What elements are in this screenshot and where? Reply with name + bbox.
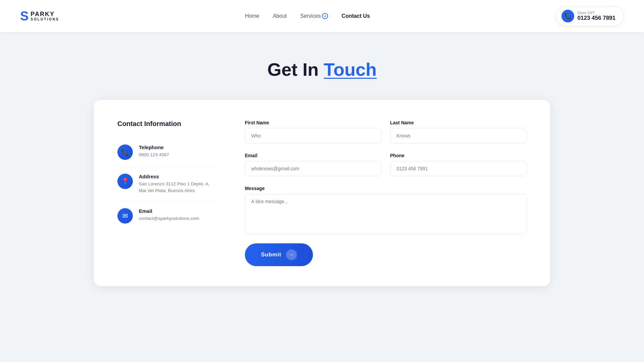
submit-label: Submit [261, 251, 281, 258]
telephone-label: Telephone [139, 144, 169, 150]
email-group: Email [245, 153, 381, 176]
email-label: Email [139, 208, 199, 214]
open-label: Open 24/7 [578, 11, 615, 15]
page-heading: Get In Touch [267, 59, 377, 80]
last-name-input[interactable] [390, 128, 527, 143]
nav-item-services[interactable]: Services + [300, 13, 328, 19]
nav-link-about[interactable]: About [273, 13, 287, 19]
first-name-group: First Name [245, 120, 381, 143]
last-name-group: Last Name [390, 120, 527, 143]
contact-info-col: Contact Information 📞 Telephone 0800 123… [117, 120, 218, 266]
email-form-label: Email [245, 153, 381, 158]
phone-icon: 📞 [561, 10, 574, 22]
contact-info-title: Contact Information [117, 120, 218, 128]
first-name-label: First Name [245, 120, 381, 125]
phone-form-label: Phone [390, 153, 527, 158]
nav-item-about[interactable]: About [273, 13, 287, 19]
contact-form: First Name Last Name Email Phone [245, 120, 527, 266]
last-name-label: Last Name [390, 120, 527, 125]
telephone-icon: 📞 [117, 144, 133, 160]
heading-part1: Get In [267, 59, 324, 79]
nav-links: Home About Services + Contact Us [245, 13, 370, 19]
message-group: Message [245, 186, 527, 234]
services-label: Services [300, 13, 321, 19]
nav-link-contact[interactable]: Contact Us [341, 13, 370, 19]
submit-arrow-icon: → [286, 249, 297, 260]
telephone-value: 0800 123 4567 [139, 152, 169, 158]
submit-button[interactable]: Submit → [245, 243, 313, 266]
nav-link-services[interactable]: Services + [300, 13, 328, 19]
nav-link-home[interactable]: Home [245, 13, 259, 19]
logo[interactable]: S PARKY SOLUTIONS [20, 10, 59, 22]
email-icon: ✉ [117, 208, 133, 224]
address-label: Address [139, 174, 218, 179]
address-text: Address San Lorenzo 3112 Piso 1 Depto. A… [139, 174, 218, 194]
phone-number: 0123 456 7891 [578, 15, 615, 21]
email-value: contact@sparkysolutions.com [139, 215, 199, 222]
contact-form-col: First Name Last Name Email Phone [245, 120, 527, 266]
phone-input[interactable] [390, 161, 527, 176]
address-value: San Lorenzo 3112 Piso 1 Depto. A, Mar de… [139, 181, 218, 194]
nav-item-home[interactable]: Home [245, 13, 259, 19]
first-name-input[interactable] [245, 128, 381, 143]
phone-info: Open 24/7 0123 456 7891 [578, 11, 615, 21]
logo-parky: PARKY [31, 11, 59, 18]
navbar: S PARKY SOLUTIONS Home About Services + … [0, 0, 644, 32]
email-input[interactable] [245, 161, 381, 176]
logo-solutions: SOLUTIONS [31, 17, 59, 21]
email-phone-row: Email Phone [245, 153, 527, 176]
contact-item-email: ✉ Email contact@sparkysolutions.com [117, 201, 218, 230]
phone-badge[interactable]: 📞 Open 24/7 0123 456 7891 [556, 6, 624, 26]
logo-s: S [20, 10, 29, 22]
name-row: First Name Last Name [245, 120, 527, 143]
main-content: Get In Touch Contact Information 📞 Telep… [0, 32, 644, 306]
heading-touch: Touch [324, 59, 377, 79]
phone-group: Phone [390, 153, 527, 176]
logo-text: PARKY SOLUTIONS [31, 11, 59, 21]
contact-card: Contact Information 📞 Telephone 0800 123… [94, 100, 550, 286]
address-icon: 📍 [117, 174, 133, 189]
message-label: Message [245, 186, 527, 191]
services-info-icon: + [322, 13, 328, 19]
telephone-text: Telephone 0800 123 4567 [139, 144, 169, 158]
email-text: Email contact@sparkysolutions.com [139, 208, 199, 222]
contact-item-telephone: 📞 Telephone 0800 123 4567 [117, 138, 218, 167]
nav-item-contact[interactable]: Contact Us [341, 13, 370, 19]
contact-item-address: 📍 Address San Lorenzo 3112 Piso 1 Depto.… [117, 167, 218, 201]
message-textarea[interactable] [245, 194, 527, 234]
